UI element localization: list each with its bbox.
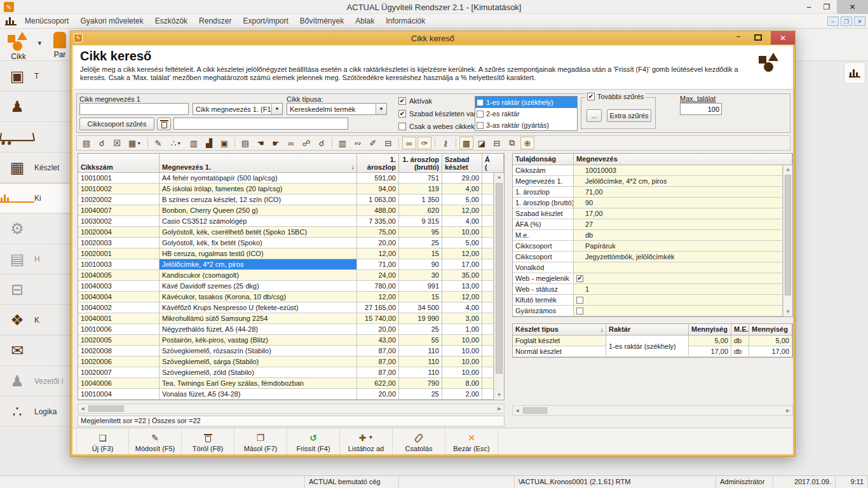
toolbar-icon[interactable]: ▼ — [330, 137, 334, 149]
more-filter-checkbox[interactable]: További szűrés — [585, 93, 646, 100]
table-view-icon[interactable]: ▦ ▼ — [125, 137, 144, 149]
column-header[interactable]: M.E. — [731, 324, 749, 335]
clipboard-icon[interactable]: ▤ ▼ — [238, 137, 252, 149]
checkbox-icon[interactable] — [587, 93, 595, 100]
checkbox-icon[interactable] — [398, 97, 406, 105]
network-icon[interactable]: ☍ ▼ — [299, 137, 313, 149]
Szövegkiemelő, rózsaszín (Stabilo)[interactable]: 10020008 Szövegkiemelő, rózsaszín (Stabi… — [78, 346, 494, 356]
filter-checkbox[interactable]: Csak a webes cikkek — [398, 122, 478, 131]
vault-icon[interactable]: ▣ T — [0, 61, 71, 92]
list-icon[interactable]: ▥ ▼ — [187, 137, 201, 149]
checkbox-icon[interactable] — [576, 308, 583, 315]
checkbox-icon[interactable] — [477, 122, 484, 129]
mdi-minimize-button[interactable]: – — [827, 17, 839, 26]
menu-item[interactable]: Ablak — [349, 17, 380, 25]
add-to-list-button[interactable]: ✚▼ Listához ad — [340, 428, 393, 454]
A5 iskolai írólap, famentes (20 lap/csg)[interactable]: 10010002 A5 iskolai írólap, famentes (20… — [78, 184, 494, 194]
column-header[interactable]: Raktár — [606, 324, 689, 335]
clipboard-icon[interactable]: ▥ ▼ — [336, 137, 349, 149]
A4 fehér nyomtatópapír (500 lap/csg)[interactable]: 10010001 A4 fehér nyomtatópapír (500 lap… — [78, 173, 494, 184]
filter-checkbox[interactable]: Szabad készleten van — [398, 109, 478, 118]
column-header[interactable]: Megnevezés — [574, 154, 792, 165]
delete-button[interactable]: ▼ Töröl (F8) — [182, 428, 234, 454]
column-header[interactable]: Tulajdonság — [513, 154, 574, 165]
detail-row[interactable]: Cikkcsoport Jegyzettömbök, jelölőcímkék — [513, 252, 783, 262]
window-minimize-button[interactable]: – — [801, 0, 817, 14]
binoculars-icon[interactable]: ∞ ▼ — [402, 137, 416, 149]
menu-item[interactable]: Információk — [380, 17, 431, 25]
envelope-icon[interactable]: ✉ — [0, 336, 71, 366]
warehouse-item[interactable]: 1-es raktár (székhely) — [475, 97, 577, 108]
detail-row[interactable]: Vonalkód — [513, 262, 783, 273]
checkbox-icon[interactable] — [398, 123, 406, 130]
column-header[interactable]: Mennyiség — [689, 324, 731, 335]
idcard-icon[interactable]: ▤ ▼ — [79, 137, 93, 149]
B színes ceruza készlet, 12 szín (ICO)[interactable]: 10020002 B színes ceruza készlet, 12 szí… — [78, 194, 494, 205]
binoculars-icon[interactable]: ∞ ▼ — [284, 137, 298, 149]
scroll-down-icon[interactable]: ▼ — [494, 391, 504, 400]
warehouse-item[interactable]: 3-as raktár (gyártás) — [475, 119, 577, 131]
cikkcsoport-filter-button[interactable]: Cikkcsoport szűrés — [79, 118, 154, 130]
scroll-right-icon[interactable]: ► — [783, 406, 792, 415]
scroll-left-icon[interactable]: ◄ — [513, 406, 522, 415]
mdi-close-button[interactable]: ✕ — [854, 17, 865, 26]
window-close-button[interactable]: ✕ — [837, 0, 868, 14]
checkbox-icon[interactable] — [576, 275, 583, 282]
docked-reports-button[interactable] — [844, 62, 865, 84]
copy-button[interactable]: ❐▼ Másol (F7) — [234, 428, 287, 454]
menu-item[interactable]: Bővítmények — [294, 17, 349, 25]
toolbar-icon[interactable]: ▼ — [397, 137, 401, 149]
ribbon-item-partner[interactable]: Par — [53, 32, 66, 59]
Golyóstoll, kék, fix betét (Spoko)[interactable]: 10020003 Golyóstoll, kék, fix betét (Spo… — [78, 238, 494, 248]
scroll-right-icon[interactable]: ► — [495, 404, 504, 413]
tree-view-icon[interactable]: ∴ ▼ — [166, 137, 186, 149]
vertical-scrollbar[interactable]: ▲ ▼ — [494, 173, 504, 400]
monitor-icon[interactable]: ▣ ▼ — [217, 137, 231, 149]
new-button[interactable]: ❏▼ Új (F3) — [76, 428, 129, 454]
dialog-minimize-button[interactable]: – — [731, 32, 745, 40]
money-icon[interactable]: ⊟ — [0, 274, 71, 305]
scrollbar-thumb[interactable] — [88, 405, 124, 412]
detail-row[interactable]: Web - státusz 1 — [513, 284, 783, 295]
register-icon[interactable]: ▤ H — [0, 244, 71, 274]
menu-item[interactable]: Eszközök — [149, 17, 193, 25]
detail-row[interactable]: 1. ároszlop 71,00 — [513, 187, 783, 198]
Kandiscukor (csomagolt)[interactable]: 10040005 Kandiscukor (csomagolt) 24,00 3… — [78, 270, 494, 281]
Postairón, kék-piros, vastag (Blitz)[interactable]: 10020005 Postairón, kék-piros, vastag (B… — [78, 335, 494, 346]
extra-filter-button[interactable]: Extra szűrés — [607, 109, 651, 122]
card-icon[interactable]: ⊟ ▼ — [490, 137, 504, 149]
detail-row[interactable]: M.e. db — [513, 230, 783, 241]
cart-icon[interactable] — [0, 122, 71, 152]
checkbox-icon[interactable] — [576, 297, 583, 304]
search-icon[interactable]: ☌ ▼ — [95, 137, 109, 149]
HB ceruza, rugalmas testű (ICO)[interactable]: 10020001 HB ceruza, rugalmas testű (ICO)… — [78, 248, 494, 259]
detail-row[interactable]: Szabad készlet 17,00 — [513, 208, 783, 219]
gears-icon[interactable]: ⚙ — [0, 214, 71, 244]
detail-row[interactable]: Megnevezés 1. Jelölőcímke, 4*2 cm, piros — [513, 176, 783, 187]
hand-left-icon[interactable]: ☚ ▼ — [254, 137, 268, 149]
column-header[interactable]: Szabad készlet — [442, 154, 482, 172]
Casio CS3512 számológép[interactable]: 10030002 Casio CS3512 számológép 7 335,0… — [78, 216, 494, 227]
column-header[interactable]: Mennyiség — [749, 324, 792, 335]
scrollbar-thumb[interactable] — [496, 183, 503, 374]
toolbar-icon[interactable]: ▼ — [454, 137, 458, 149]
column-header[interactable]: 1. ároszlop — [357, 154, 399, 172]
Jelölőcímke, 4*2 cm, piros[interactable]: 10010003 Jelölőcímke, 4*2 cm, piros 71,0… — [78, 259, 494, 270]
detail-row[interactable]: Kifutó termék — [513, 295, 783, 306]
refresh-button[interactable]: ↺▼ Frissít (F4) — [287, 428, 340, 454]
edit-doc-icon[interactable]: ✎ ▼ — [151, 137, 165, 149]
Szövegkiemelő, sárga (Stabilo)[interactable]: 10020006 Szövegkiemelő, sárga (Stabilo) … — [78, 356, 494, 367]
checkbox-icon[interactable] — [477, 99, 484, 106]
clear-icon[interactable]: ☒ ▼ — [110, 137, 124, 149]
image-icon[interactable]: ◪ ▼ — [475, 137, 489, 149]
column-header[interactable]: Megnevezés 1.↓ — [159, 154, 357, 172]
name-filter-input[interactable] — [79, 103, 189, 115]
attach-icon[interactable]: ✐ ▼ — [366, 137, 380, 149]
menu-item[interactable]: Rendszer — [193, 17, 237, 25]
max-results-input[interactable] — [680, 103, 722, 115]
ribbon-item-cikk[interactable]: Cikk — [8, 32, 29, 61]
chevron-down-icon[interactable]: ▼ — [271, 104, 282, 114]
scrollbar-thumb[interactable] — [785, 175, 791, 295]
Négyzethálós füzet, A5 (44-28)[interactable]: 10010006 Négyzethálós füzet, A5 (44-28) … — [78, 324, 494, 335]
toolbar-icon[interactable]: ▼ — [233, 137, 237, 149]
